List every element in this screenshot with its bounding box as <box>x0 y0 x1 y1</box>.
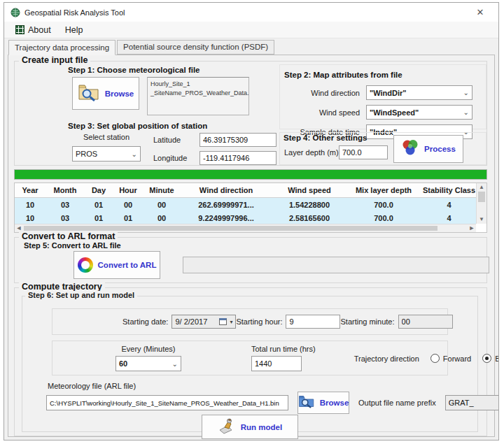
radio-backward-dot <box>482 354 491 363</box>
longitude-label: Longitude <box>153 154 194 162</box>
starting-minute-field[interactable] <box>398 315 453 329</box>
col-stability-class: Stability Class <box>421 183 477 197</box>
convert-progress-bar <box>183 257 489 273</box>
starting-date-picker[interactable]: 9/ 2/2017 ▾ <box>172 315 236 329</box>
app-icon <box>10 8 20 17</box>
every-minutes-select[interactable]: 60 ⌄ <box>115 356 181 371</box>
select-station-label: Select station <box>83 133 130 141</box>
scroll-right-icon[interactable]: ► <box>468 224 476 232</box>
starting-hour-field[interactable] <box>286 315 340 329</box>
browse-button-label: Browse <box>105 89 134 98</box>
total-run-time-label: Total run time (hrs) <box>251 345 316 353</box>
col-day: Day <box>85 183 113 197</box>
convert-to-arl-button[interactable]: Convert to ARL <box>74 251 160 279</box>
selected-file-display: Hourly_Site_1 _SiteName_PROS_Weather_Dat… <box>147 77 249 115</box>
cell: 01 <box>85 211 113 224</box>
folder-search-icon <box>78 83 100 104</box>
layer-depth-label: Layer depth (m) <box>284 148 339 157</box>
menu-item-about[interactable]: About <box>9 24 57 36</box>
col-minute: Minute <box>144 183 180 197</box>
latitude-label: Latitude <box>153 136 194 144</box>
step6-panel: Step 6: Set up and run model Starting da… <box>22 296 478 432</box>
file-name-line2: _SiteName_PROS_Weather_Data.csv <box>150 89 246 98</box>
scroll-up-icon[interactable]: ▲ <box>477 184 486 191</box>
radio-backward[interactable]: Backward <box>482 354 499 363</box>
table-row[interactable]: 10 03 01 00 00 262.69999971... 1.5422880… <box>15 198 476 211</box>
cell: 4 <box>421 198 477 211</box>
tab-page: Create input file Step 1: Choose meteoro… <box>8 55 495 437</box>
scroll-down-icon[interactable]: ▼ <box>477 216 486 223</box>
run-model-label: Run model <box>241 423 282 431</box>
cell: 262.69999971... <box>180 198 272 211</box>
station-value: PROS <box>76 150 130 158</box>
col-year: Year <box>15 183 46 197</box>
starting-date-value: 9/ 2/2017 <box>175 317 207 326</box>
col-hour: Hour <box>113 183 144 197</box>
station-select[interactable]: PROS ⌄ <box>72 146 141 162</box>
window-title: Geospatial Risk Analysis Tool <box>24 8 468 17</box>
step2-title: Step 2: Map attributes from file <box>284 71 402 79</box>
menu-item-help[interactable]: Help <box>59 24 90 36</box>
about-icon <box>15 25 24 34</box>
cell: 00 <box>144 198 180 211</box>
chevron-down-icon: ⌄ <box>463 89 469 96</box>
group-compute-trajectory: Compute trajectory Step 6: Set up and ru… <box>14 287 487 436</box>
process-progress-bar <box>14 169 487 180</box>
forward-label: Forward <box>443 355 471 363</box>
browse-meteorological-file-button[interactable]: Browse <box>72 77 139 110</box>
browse-arl-label: Browse <box>320 399 349 407</box>
wind-direction-value: "WindDir" <box>370 89 461 97</box>
calendar-icon <box>219 318 227 325</box>
output-prefix-field[interactable] <box>445 395 499 410</box>
cell: 1.54228800 <box>272 198 346 211</box>
start-time-panel: Starting date: 9/ 2/2017 ▾ Starting hour… <box>52 308 448 335</box>
process-progress-fill <box>15 170 486 179</box>
tab-strip: Trajectory data processing Potential sou… <box>4 38 498 55</box>
run-model-button[interactable]: Run model <box>202 415 298 439</box>
vertical-scroll-thumb[interactable] <box>478 192 485 202</box>
step4-panel: Step 4: Other settings Layer depth (m) P… <box>279 132 486 165</box>
close-icon[interactable]: ✕ <box>468 7 492 17</box>
cell: 700.0 <box>346 198 421 211</box>
process-button[interactable]: Process <box>393 135 463 163</box>
wind-speed-label: Wind speed <box>284 108 360 117</box>
chevron-down-icon: ⌄ <box>172 360 178 368</box>
run-model-icon <box>218 417 236 437</box>
chevron-down-icon: ⌄ <box>463 108 469 116</box>
wind-direction-select[interactable]: "WindDir" ⌄ <box>366 85 472 100</box>
wind-speed-select[interactable]: "WindSpeed" ⌄ <box>366 105 472 120</box>
process-button-label: Process <box>424 145 456 153</box>
cell: 700.0 <box>346 211 421 224</box>
folder-search-icon <box>298 394 315 411</box>
menu-help-label: Help <box>65 25 83 35</box>
menu-bar: About Help <box>4 22 498 38</box>
step6-title: Step 6: Set up and run model <box>25 291 137 299</box>
color-wheel-icon <box>78 257 93 273</box>
chevron-down-icon: ▾ <box>230 319 232 325</box>
total-run-time-field[interactable] <box>251 356 302 371</box>
step4-title: Step 4: Other settings <box>284 134 368 142</box>
group-convert-to-arl: Convert to ARL format Step 5: Convert to… <box>14 237 487 283</box>
wind-direction-label: Wind direction <box>284 89 360 97</box>
title-bar: Geospatial Risk Analysis Tool ✕ <box>4 3 498 22</box>
horizontal-scroll-thumb[interactable] <box>24 226 438 231</box>
every-minutes-label: Every (Minutes) <box>115 345 181 353</box>
starting-hour-label: Starting hour: <box>236 317 282 326</box>
meteorology-file-label: Meteorology file (ARL file) <box>48 382 136 390</box>
step5-title: Step 5: Convert to ARL file <box>24 241 121 250</box>
run-settings-panel: Every (Minutes) 60 ⌄ Total run time (hrs… <box>52 341 448 375</box>
longitude-field[interactable] <box>200 151 276 165</box>
every-minutes-value: 60 <box>119 359 170 368</box>
browse-arl-file-button[interactable]: Browse <box>298 392 349 414</box>
output-prefix-label: Output file name prefix <box>358 399 436 407</box>
latitude-field[interactable] <box>200 133 276 147</box>
trajectory-direction-label: Trajectory direction <box>354 355 419 363</box>
vertical-scrollbar[interactable]: ▲ ▼ <box>476 183 486 224</box>
layer-depth-field[interactable] <box>339 145 388 159</box>
tab-psdf[interactable]: Potential source density function (PSDF) <box>117 40 274 55</box>
meteorology-file-field[interactable] <box>46 395 288 410</box>
group-convert-title: Convert to ARL format <box>19 231 118 241</box>
radio-forward[interactable]: Forward <box>430 354 471 363</box>
table-row[interactable]: 10 03 01 01 00 9.2249997996... 2.5816560… <box>15 211 476 224</box>
tab-trajectory-data-processing[interactable]: Trajectory data processing <box>8 40 115 55</box>
